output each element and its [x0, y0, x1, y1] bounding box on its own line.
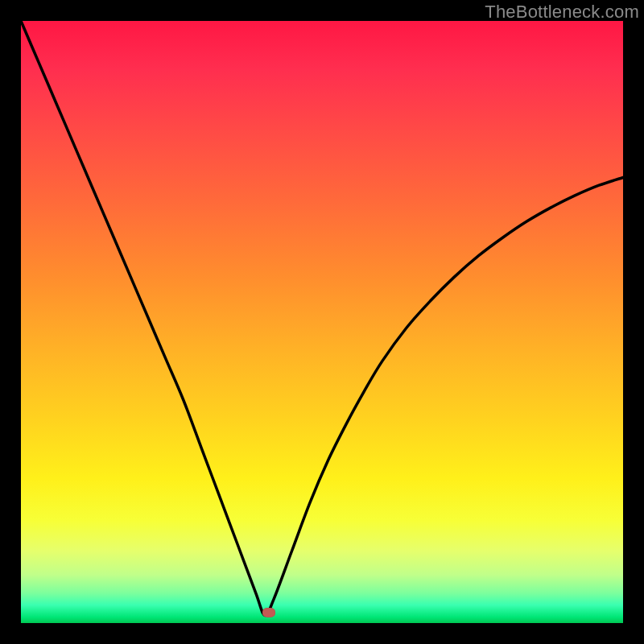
- chart-frame: TheBottleneck.com: [0, 0, 644, 644]
- chart-plot-area: [21, 21, 623, 623]
- bottleneck-curve: [21, 21, 623, 623]
- watermark-text: TheBottleneck.com: [485, 2, 639, 23]
- optimal-point-marker: [262, 608, 275, 617]
